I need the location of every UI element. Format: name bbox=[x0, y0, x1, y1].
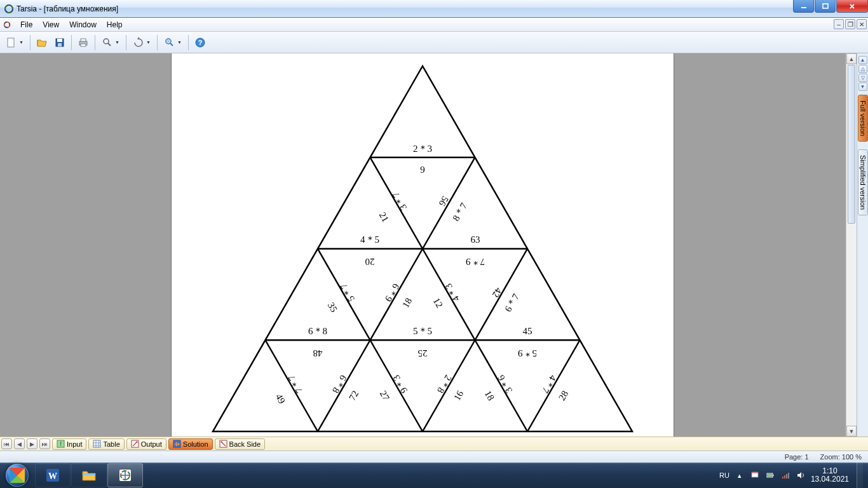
zoom-button[interactable]: ▼ bbox=[98, 34, 123, 51]
puzzle-label: 45 bbox=[523, 326, 532, 336]
puzzle-label: 7＊9 bbox=[466, 257, 485, 267]
puzzle-label: 18 bbox=[483, 389, 496, 402]
svg-rect-38 bbox=[786, 474, 787, 478]
tray-language[interactable]: RU bbox=[719, 471, 729, 479]
zoom-page-button[interactable]: ▼ bbox=[161, 34, 185, 51]
puzzle-label: 6 bbox=[420, 165, 425, 175]
start-button[interactable] bbox=[0, 463, 34, 488]
mdi-restore-button[interactable]: ❐ bbox=[845, 19, 855, 29]
puzzle-label: 12 bbox=[431, 296, 445, 309]
puzzle-label: 3＊7 bbox=[390, 190, 409, 212]
svg-point-14 bbox=[104, 39, 109, 44]
print-button[interactable] bbox=[75, 34, 92, 51]
rotate-button[interactable]: ▼ bbox=[130, 34, 154, 51]
menubar: File View Window Help – ❐ ✕ bbox=[0, 18, 868, 32]
close-button[interactable] bbox=[836, 0, 868, 13]
side-panel: ▲ △ ▽ ▼ Full version Simplified version bbox=[857, 53, 868, 437]
puzzle-label: 4＊7 bbox=[540, 374, 559, 395]
puzzle-label: 28 bbox=[557, 389, 570, 402]
puzzle-label: 16 bbox=[452, 389, 466, 402]
puzzle-label: 18 bbox=[400, 296, 414, 309]
svg-rect-12 bbox=[81, 39, 86, 41]
puzzle-label: 3＊6 bbox=[496, 373, 514, 395]
puzzle-label: 4＊5 bbox=[360, 234, 379, 245]
open-button[interactable] bbox=[34, 34, 50, 51]
side-nav-up-button[interactable]: ▲ bbox=[858, 56, 867, 64]
tab-input[interactable]: fInput bbox=[52, 438, 86, 450]
taskbar-word-button[interactable]: W bbox=[35, 463, 71, 487]
tab-output[interactable]: Output bbox=[126, 438, 166, 450]
save-button[interactable] bbox=[51, 34, 68, 51]
puzzle-label: 63 bbox=[471, 234, 480, 245]
puzzle-label: 42 bbox=[491, 286, 504, 299]
show-desktop-button[interactable] bbox=[857, 463, 863, 488]
puzzle-label: 35 bbox=[326, 301, 339, 314]
puzzle-label: 48 bbox=[313, 348, 323, 358]
scroll-thumb[interactable] bbox=[848, 65, 855, 224]
mdi-close-button[interactable]: ✕ bbox=[857, 19, 867, 29]
titlebar: Tarsia - [таблица умножения] bbox=[0, 0, 868, 18]
puzzle-label: 21 bbox=[377, 210, 391, 224]
tab-nav-last[interactable]: ⏭ bbox=[39, 438, 50, 449]
scroll-down-button[interactable]: ▼ bbox=[846, 426, 857, 437]
side-nav-down-button[interactable]: ▼ bbox=[858, 83, 867, 91]
menu-window[interactable]: Window bbox=[64, 19, 102, 30]
menu-view[interactable]: View bbox=[37, 19, 64, 30]
doc-icon bbox=[3, 20, 11, 29]
menu-help[interactable]: Help bbox=[102, 19, 128, 30]
window-title: Tarsia - [таблица умножения] bbox=[17, 4, 118, 13]
svg-point-24 bbox=[177, 444, 179, 445]
puzzle-label: 7＊7 bbox=[286, 373, 304, 395]
sidetab-simplified-version[interactable]: Simplified version bbox=[858, 149, 868, 215]
scroll-up-button[interactable]: ▲ bbox=[846, 53, 857, 64]
tab-table[interactable]: Table bbox=[88, 438, 124, 450]
tray-flag-icon[interactable] bbox=[750, 470, 760, 480]
new-button[interactable]: ▼ bbox=[3, 34, 27, 51]
tab-backside[interactable]: Back Side bbox=[215, 438, 266, 450]
svg-rect-37 bbox=[784, 475, 785, 478]
tab-nav-prev[interactable]: ◀ bbox=[14, 438, 25, 449]
side-nav-up2-button[interactable]: △ bbox=[858, 65, 867, 73]
puzzle-label: 4＊3 bbox=[443, 282, 461, 304]
tray-network-icon[interactable] bbox=[780, 470, 790, 480]
minimize-button[interactable] bbox=[793, 0, 814, 13]
taskbar: W RU ▴ 1:10 13.04.2021 bbox=[0, 463, 868, 488]
view-tabstrip: ⏮ ◀ ▶ ⏭ fInput Table Output Solution Bac… bbox=[0, 437, 868, 451]
puzzle-label: 6＊8 bbox=[330, 374, 349, 395]
puzzle-label: 2＊8 bbox=[435, 374, 454, 395]
puzzle-label: 27 bbox=[378, 389, 392, 402]
svg-rect-34 bbox=[773, 475, 774, 476]
help-button[interactable]: ? bbox=[192, 34, 208, 51]
puzzle-label: 72 bbox=[347, 389, 360, 402]
svg-rect-9 bbox=[57, 39, 62, 42]
maximize-button[interactable] bbox=[815, 0, 836, 13]
svg-rect-4 bbox=[823, 4, 828, 8]
vertical-scrollbar[interactable]: ▲ ▼ bbox=[846, 53, 857, 437]
svg-rect-39 bbox=[788, 473, 789, 478]
sidetab-full-version[interactable]: Full version bbox=[858, 95, 868, 142]
svg-text:W: W bbox=[48, 471, 57, 481]
puzzle-label: 5＊7 bbox=[338, 281, 356, 303]
side-nav-down2-button[interactable]: ▽ bbox=[858, 74, 867, 82]
tab-nav-next[interactable]: ▶ bbox=[27, 438, 37, 449]
document-area[interactable]: 2＊3 4＊5 21 6 3＊7 56 63 8＊7 6＊8 35 20 5＊7… bbox=[0, 53, 846, 437]
tray-clock[interactable]: 1:10 13.04.2021 bbox=[811, 467, 849, 484]
taskbar-explorer-button[interactable] bbox=[71, 463, 107, 487]
menu-file[interactable]: File bbox=[15, 19, 37, 30]
taskbar-tarsia-button[interactable] bbox=[107, 463, 143, 487]
svg-rect-21 bbox=[93, 440, 100, 447]
svg-rect-13 bbox=[81, 44, 86, 46]
puzzle-label: 49 bbox=[274, 392, 287, 405]
puzzle-label: 2＊3 bbox=[413, 144, 432, 154]
svg-text:?: ? bbox=[198, 39, 203, 46]
status-page: Page: 1 bbox=[785, 453, 809, 461]
tab-nav-first[interactable]: ⏮ bbox=[1, 438, 12, 449]
tray-volume-icon[interactable] bbox=[796, 470, 806, 480]
tray-battery-icon[interactable] bbox=[765, 470, 775, 480]
puzzle-label: 56 bbox=[437, 194, 451, 208]
app-icon bbox=[4, 4, 14, 14]
puzzle-label: 8＊7 bbox=[451, 201, 469, 222]
tab-solution[interactable]: Solution bbox=[168, 438, 213, 450]
mdi-minimize-button[interactable]: – bbox=[834, 19, 844, 29]
tray-chevron-up-icon[interactable]: ▴ bbox=[735, 470, 745, 480]
